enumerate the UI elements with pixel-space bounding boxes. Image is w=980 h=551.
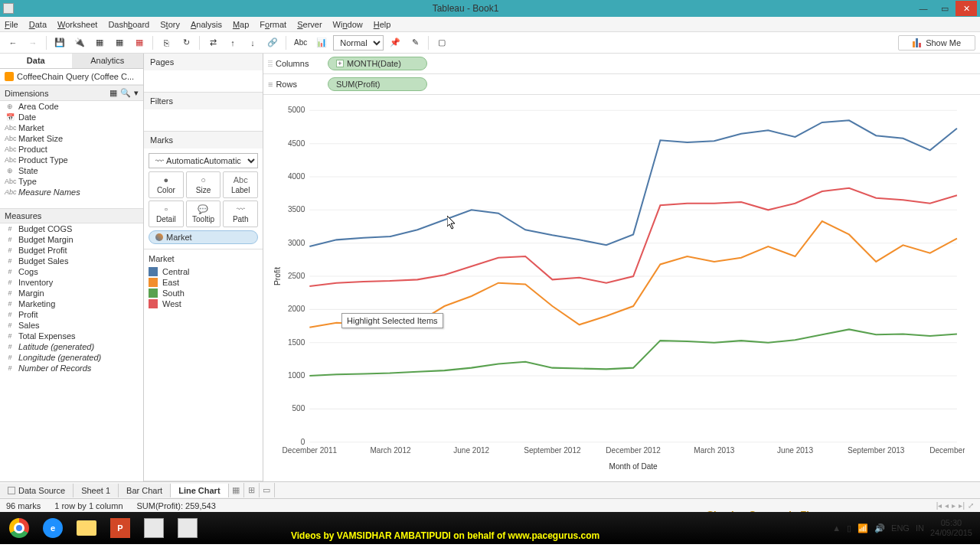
new-story-button[interactable]: ▭ [260, 483, 275, 497]
measure-field[interactable]: #Budget Sales [0, 256, 143, 266]
menu-analysis[interactable]: Analysis [191, 20, 222, 29]
dimension-field[interactable]: AbcProduct [0, 144, 143, 155]
volume-icon[interactable]: 🔊 [874, 523, 885, 533]
legend-item[interactable]: West [149, 298, 258, 309]
tab-bar-chart[interactable]: Bar Chart [119, 484, 171, 497]
measure-field[interactable]: #Number of Records [0, 363, 143, 373]
menu-format[interactable]: Format [260, 20, 286, 29]
refresh-button[interactable]: ↻ [178, 34, 194, 51]
menu-worksheet[interactable]: Worksheet [57, 20, 97, 29]
dimension-field[interactable]: ⊕State [0, 165, 143, 176]
battery-icon[interactable]: ▯ [847, 523, 851, 533]
search-icon[interactable]: 🔍 [120, 88, 131, 98]
kb-indicator[interactable]: IN [916, 523, 924, 533]
chart-area[interactable]: 0500100015002000250030003500400045005000… [263, 95, 980, 481]
tab-analytics[interactable]: Analytics [72, 54, 144, 68]
menu-map[interactable]: Map [233, 20, 249, 29]
forward-button[interactable]: → [24, 34, 41, 51]
filters-shelf[interactable] [144, 109, 263, 131]
sort-asc-button[interactable]: ↑ [224, 34, 241, 51]
maximize-button[interactable]: ▭ [934, 1, 956, 16]
chart-type-button[interactable]: 📊 [313, 34, 330, 51]
tab-line-chart[interactable]: Line Chart [171, 484, 228, 497]
new-dashboard-button[interactable]: ⊞ [244, 483, 260, 497]
dimension-field[interactable]: AbcProduct Type [0, 155, 143, 165]
new-worksheet-button[interactable]: ▦ [229, 483, 244, 497]
clock[interactable]: 05:3024/09/2015 [930, 518, 972, 538]
menu-file[interactable]: File [5, 20, 18, 29]
mark-tooltip-button[interactable]: 💬Tooltip [186, 201, 221, 227]
menu-help[interactable]: Help [374, 20, 391, 29]
measure-field[interactable]: #Profit [0, 309, 143, 320]
show-me-button[interactable]: Show Me [898, 35, 975, 51]
menu-data[interactable]: Data [29, 20, 47, 29]
run-button[interactable]: ▦ [111, 34, 128, 51]
mark-detail-button[interactable]: ▫Detail [149, 201, 184, 227]
tab-data-source[interactable]: Data Source [0, 484, 74, 497]
new-datasource-button[interactable]: 🔌 [71, 34, 88, 51]
dimension-field[interactable]: 📅Date [0, 112, 143, 122]
measure-field[interactable]: #Latitude (generated) [0, 341, 143, 352]
app-icon-2[interactable] [172, 514, 204, 542]
dimension-field[interactable]: AbcMarket [0, 122, 143, 133]
pin-button[interactable]: 📌 [387, 34, 403, 51]
label-button[interactable]: Abc [291, 34, 310, 51]
app-icon-1[interactable] [138, 514, 170, 542]
marks-market-pill[interactable]: Market [149, 230, 258, 244]
measure-field[interactable]: #Inventory [0, 277, 143, 288]
rows-pill[interactable]: SUM(Profit) [328, 77, 427, 91]
lang-indicator[interactable]: ENG [891, 523, 910, 533]
auto-update-button[interactable]: ▦ [91, 34, 108, 51]
expand-icon[interactable]: + [336, 60, 344, 67]
measure-field[interactable]: #Cogs [0, 266, 143, 277]
mark-path-button[interactable]: 〰Path [223, 201, 258, 227]
explorer-icon[interactable] [70, 514, 103, 542]
measure-field[interactable]: #Budget Margin [0, 234, 143, 245]
tray-icon[interactable]: ▲ [832, 523, 841, 533]
network-icon[interactable]: 📶 [858, 523, 868, 533]
ie-icon[interactable]: e [37, 514, 69, 542]
pages-shelf[interactable] [144, 70, 263, 92]
mark-size-button[interactable]: ○Size [186, 171, 221, 198]
measure-field[interactable]: #Budget COGS [0, 223, 143, 234]
minimize-button[interactable]: — [913, 1, 934, 16]
menu-story[interactable]: Story [160, 20, 180, 29]
presentation-button[interactable]: ▢ [433, 34, 450, 51]
dimension-field[interactable]: AbcMeasure Names [0, 187, 143, 197]
mark-color-button[interactable]: ●Color [149, 171, 184, 198]
menu-dashboard[interactable]: Dashboard [108, 20, 149, 29]
columns-pill[interactable]: +MONTH(Date) [328, 57, 427, 70]
clear-button[interactable]: ▦ [131, 34, 148, 51]
menu-window[interactable]: Window [333, 20, 363, 29]
legend-item[interactable]: Central [149, 266, 258, 277]
fit-select[interactable]: Normal [333, 35, 384, 51]
sort-desc-button[interactable]: ↓ [244, 34, 261, 51]
tab-sheet1[interactable]: Sheet 1 [74, 484, 119, 497]
swap-button[interactable]: ⇄ [204, 34, 221, 51]
back-button[interactable]: ← [5, 34, 21, 51]
measure-field[interactable]: #Marketing [0, 298, 143, 309]
measure-field[interactable]: #Sales [0, 320, 143, 331]
close-button[interactable]: ✕ [956, 1, 977, 16]
powerpoint-icon[interactable]: P [104, 514, 136, 542]
dimension-field[interactable]: AbcType [0, 176, 143, 187]
group-button[interactable]: 🔗 [264, 34, 281, 51]
legend-item[interactable]: East [149, 277, 258, 288]
view-icon[interactable]: ▦ [109, 88, 117, 98]
measure-field[interactable]: #Budget Profit [0, 245, 143, 256]
measure-field[interactable]: #Longitude (generated) [0, 352, 143, 363]
dimension-field[interactable]: ⊕Area Code [0, 101, 143, 112]
legend-item[interactable]: South [149, 288, 258, 298]
highlight-button[interactable]: ✎ [407, 34, 423, 51]
measure-field[interactable]: #Total Expenses [0, 331, 143, 341]
dimension-field[interactable]: AbcMarket Size [0, 133, 143, 144]
menu-icon[interactable]: ▾ [134, 88, 139, 98]
save-button[interactable]: 💾 [51, 34, 68, 51]
mark-label-button[interactable]: AbcLabel [223, 171, 258, 198]
datasource-item[interactable]: CoffeeChain Query (Coffee C... [0, 69, 143, 85]
menu-server[interactable]: Server [297, 20, 322, 29]
duplicate-button[interactable]: ⎘ [158, 34, 175, 51]
measure-field[interactable]: #Margin [0, 288, 143, 298]
marks-type-select[interactable]: 〰 AutomaticAutomatic [149, 153, 258, 168]
chrome-icon[interactable] [3, 514, 35, 542]
